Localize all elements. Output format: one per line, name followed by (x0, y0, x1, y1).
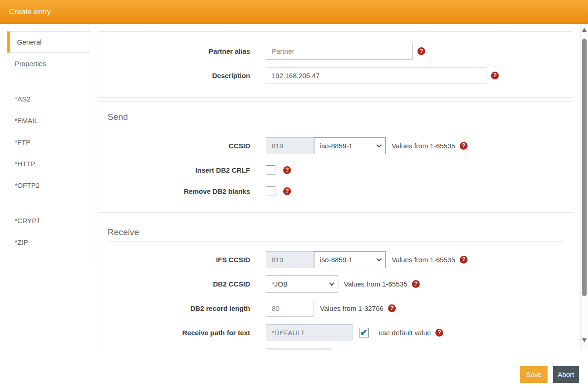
receive-path-text-input (266, 324, 353, 341)
remove-db2-blanks-label: Remove DB2 blanks (98, 187, 250, 195)
remove-db2-blanks-checkbox[interactable] (266, 186, 275, 196)
scroll-down-arrow-icon[interactable] (582, 338, 587, 342)
row-insert-db2-crlf: Insert DB2 CRLF (98, 164, 573, 175)
row-receive-path-partial (98, 349, 573, 350)
help-icon[interactable] (417, 47, 425, 55)
db2-record-length-input[interactable] (266, 300, 314, 317)
ccsid-encoding-select[interactable]: iso-8859-1 (314, 137, 386, 154)
receive-path-text-label: Receive path for text (98, 329, 250, 337)
row-receive-path-text: Receive path for text use default value (98, 324, 573, 341)
panel-receive: Receive IFS CCSID iso-8859-1 Values from… (98, 217, 573, 350)
ccsid-label: CCSID (98, 142, 250, 150)
sidebar-item-properties[interactable]: Properties (0, 53, 90, 74)
sidebar-item-label: Properties (15, 60, 46, 67)
save-button[interactable]: Save (520, 366, 548, 383)
row-remove-db2-blanks: Remove DB2 blanks (98, 186, 573, 197)
panel-general: Partner alias Description (98, 31, 573, 98)
help-icon[interactable] (491, 72, 499, 79)
use-default-value-label: use default value (379, 329, 431, 337)
db2-record-length-hint: Values from 1-32766 (320, 304, 383, 312)
sidebar-item-label: *CRYPT (15, 217, 40, 225)
scroll-up-arrow-icon[interactable] (582, 28, 587, 32)
form-scroll-viewport: General Properties *AS2 *EMAIL *FTP *HTT… (0, 24, 580, 350)
use-default-value-checkbox[interactable] (359, 328, 369, 337)
help-icon[interactable] (283, 166, 291, 174)
sidebar-item-http[interactable]: *HTTP (0, 153, 90, 174)
sidebar-item-zip[interactable]: *ZIP (0, 231, 90, 253)
insert-db2-crlf-label: Insert DB2 CRLF (98, 166, 250, 174)
sidebar-item-as2[interactable]: *AS2 (0, 88, 90, 110)
ccsid-hint: Values from 1-65535 (392, 142, 455, 150)
db2-ccsid-hint: Values from 1-65535 (344, 280, 407, 288)
section-divider (108, 241, 564, 242)
vertical-scrollbar[interactable] (580, 24, 588, 350)
sidebar-item-label: *AS2 (15, 95, 30, 103)
abort-button[interactable]: Abort (553, 366, 579, 383)
insert-db2-crlf-checkbox[interactable] (266, 165, 275, 175)
receive-path-partial-input (266, 349, 331, 350)
dialog-titlebar: Create entry (0, 0, 588, 24)
row-ccsid: CCSID iso-8859-1 Values from 1-65535 (98, 137, 573, 154)
send-section-title: Send (98, 112, 573, 122)
row-ifs-ccsid: IFS CCSID iso-8859-1 Values from 1-65535 (98, 251, 573, 268)
sidebar-spacer (0, 196, 90, 210)
panel-send: Send CCSID iso-8859-1 Values from 1-6553… (98, 101, 573, 213)
ifs-ccsid-label: IFS CCSID (98, 256, 250, 264)
db2-ccsid-selwrap: *JOB (266, 276, 338, 292)
sidebar-item-label: *EMAIL (15, 117, 38, 124)
sidebar-item-label: *HTTP (15, 160, 35, 168)
description-label: Description (98, 72, 250, 79)
help-icon[interactable] (283, 187, 291, 195)
dialog-footer: Save Abort (0, 358, 588, 388)
dialog-title: Create entry (9, 8, 51, 16)
ccsid-input (266, 137, 314, 154)
ifs-ccsid-encoding-select[interactable]: iso-8859-1 (314, 251, 386, 268)
help-icon[interactable] (388, 304, 396, 312)
scrollbar-thumb[interactable] (582, 39, 587, 296)
partner-alias-input[interactable] (266, 43, 413, 60)
receive-section-title: Receive (98, 227, 573, 237)
ifs-ccsid-hint: Values from 1-65535 (392, 256, 455, 264)
row-db2-ccsid: DB2 CCSID *JOB Values from 1-65535 (98, 276, 573, 292)
row-partner-alias: Partner alias (98, 43, 573, 60)
sidebar-item-general[interactable]: General (7, 31, 90, 53)
sidebar-item-label: General (17, 38, 41, 46)
sidebar-item-label: *FTP (15, 138, 30, 146)
help-icon[interactable] (435, 329, 443, 337)
ccsid-encoding-selwrap: iso-8859-1 (314, 137, 386, 154)
section-divider (108, 126, 564, 126)
row-db2-record-length: DB2 record length Values from 1-32766 (98, 300, 573, 317)
sidebar-item-email[interactable]: *EMAIL (0, 110, 90, 131)
ifs-ccsid-input (266, 251, 314, 268)
help-icon[interactable] (412, 280, 420, 288)
partner-alias-label: Partner alias (98, 47, 250, 55)
description-input[interactable] (266, 67, 486, 84)
db2-record-length-label: DB2 record length (98, 304, 250, 312)
row-description: Description (98, 67, 573, 84)
sidebar-item-label: *ZIP (15, 238, 28, 246)
sidebar-item-oftp2[interactable]: *OFTP2 (0, 174, 90, 196)
help-icon[interactable] (460, 142, 468, 150)
sidebar-item-crypt[interactable]: *CRYPT (0, 210, 90, 231)
sidebar-spacer (0, 74, 90, 88)
form-main: Partner alias Description Send CCSID (98, 31, 573, 350)
help-icon[interactable] (460, 256, 468, 264)
ifs-ccsid-encoding-selwrap: iso-8859-1 (314, 251, 386, 268)
db2-ccsid-label: DB2 CCSID (98, 280, 250, 288)
sidebar-item-label: *OFTP2 (15, 181, 40, 189)
sidebar: General Properties *AS2 *EMAIL *FTP *HTT… (0, 31, 90, 267)
create-entry-dialog: Create entry General Properties *AS2 *EM… (0, 0, 588, 388)
db2-ccsid-select[interactable]: *JOB (266, 276, 338, 292)
sidebar-item-ftp[interactable]: *FTP (0, 131, 90, 153)
